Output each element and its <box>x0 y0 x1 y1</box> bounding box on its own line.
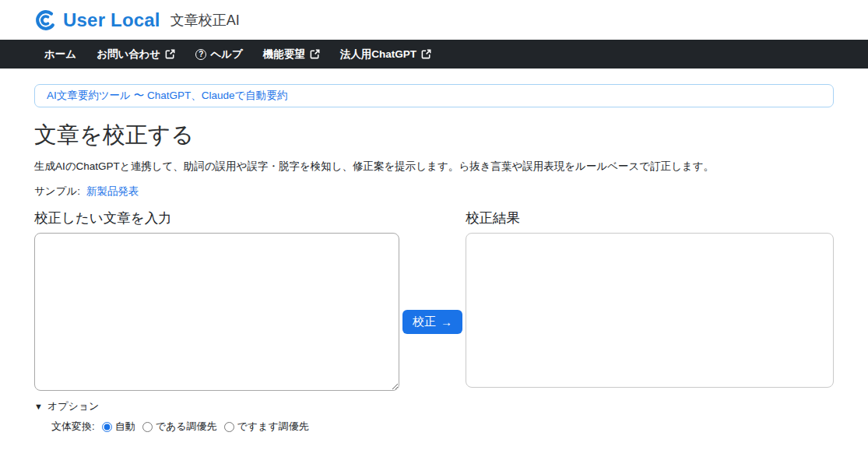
promo-link[interactable]: AI文章要約ツール 〜 ChatGPT、Claudeで自動要約 <box>47 90 287 101</box>
external-link-icon <box>165 49 175 59</box>
options-section: ▼ オプション 文体変換: 自動 である調優先 ですます調優先 <box>34 399 834 434</box>
nav-item-help[interactable]: ? ヘルプ <box>185 40 252 69</box>
radio-option-desumasu[interactable]: ですます調優先 <box>224 420 309 434</box>
brand-logo-link[interactable]: User Local <box>34 9 160 32</box>
sample-row: サンプル: 新製品発表 <box>34 185 834 199</box>
radio-auto-label: 自動 <box>115 420 135 434</box>
proofread-workspace: 校正したい文章を入力 校正 → 校正結果 <box>34 209 834 394</box>
nav-chatgpt-label: 法人用ChatGPT <box>340 47 416 62</box>
action-column: 校正 → <box>399 209 466 394</box>
page-description: 生成AIのChatGPTと連携して、助詞の誤用や誤字・脱字を検知し、修正案を提示… <box>34 160 834 174</box>
sample-link[interactable]: 新製品発表 <box>86 185 139 197</box>
question-circle-icon: ? <box>195 49 206 60</box>
userlocal-logo-icon <box>34 9 58 32</box>
main-nav: ホーム お問い合わせ ? ヘルプ 機能要望 法人用ChatGPT <box>0 40 868 69</box>
main-content: AI文章要約ツール 〜 ChatGPT、Claudeで自動要約 文章を校正する … <box>0 84 868 434</box>
page-title: 文章を校正する <box>34 120 834 151</box>
options-toggle[interactable]: ▼ オプション <box>34 399 99 413</box>
radio-dearu-label: である調優先 <box>156 420 217 434</box>
nav-item-home[interactable]: ホーム <box>34 40 86 69</box>
external-link-icon <box>421 49 431 59</box>
source-text-input[interactable] <box>34 233 399 391</box>
nav-home-label: ホーム <box>44 47 76 62</box>
brand-name: User Local <box>63 9 160 31</box>
result-column: 校正結果 <box>466 209 834 394</box>
radio-option-dearu[interactable]: である調優先 <box>142 420 217 434</box>
radio-desumasu-label: ですます調優先 <box>237 420 309 434</box>
nav-help-label: ヘルプ <box>210 47 242 62</box>
radio-auto-input[interactable] <box>102 422 112 432</box>
nav-feature-label: 機能要望 <box>263 47 305 62</box>
nav-item-feature-request[interactable]: 機能要望 <box>253 40 330 69</box>
triangle-down-icon: ▼ <box>34 402 43 411</box>
app-header: User Local 文章校正AI <box>0 0 868 40</box>
radio-option-auto[interactable]: 自動 <box>102 420 135 434</box>
input-label: 校正したい文章を入力 <box>34 209 399 227</box>
proofread-button-label: 校正 <box>413 315 436 329</box>
radio-dearu-input[interactable] <box>142 422 153 432</box>
promo-banner: AI文章要約ツール 〜 ChatGPT、Claudeで自動要約 <box>34 84 834 107</box>
nav-item-business-chatgpt[interactable]: 法人用ChatGPT <box>330 40 441 69</box>
radio-desumasu-input[interactable] <box>224 422 234 432</box>
nav-item-contact[interactable]: お問い合わせ <box>86 40 185 69</box>
result-box <box>466 233 834 388</box>
result-label: 校正結果 <box>466 209 834 227</box>
options-toggle-label: オプション <box>47 399 100 413</box>
app-title: 文章校正AI <box>170 11 240 30</box>
style-conversion-label: 文体変換: <box>51 420 95 434</box>
proofread-button[interactable]: 校正 → <box>402 310 462 334</box>
nav-contact-label: お問い合わせ <box>97 47 160 62</box>
external-link-icon <box>310 49 320 59</box>
input-column: 校正したい文章を入力 <box>34 209 399 394</box>
arrow-right-icon: → <box>441 315 452 329</box>
sample-label: サンプル: <box>34 185 80 197</box>
style-conversion-row: 文体変換: 自動 である調優先 ですます調優先 <box>51 420 834 434</box>
